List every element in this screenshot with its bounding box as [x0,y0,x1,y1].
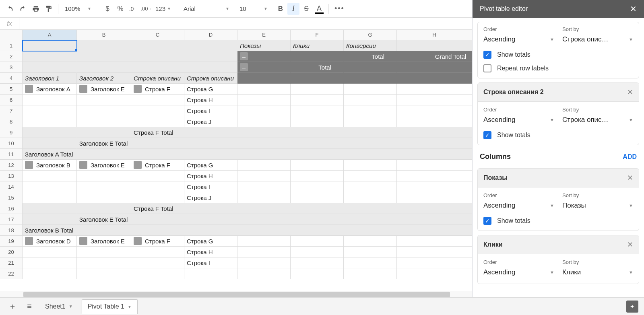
row-number[interactable]: 17 [0,214,23,225]
cell[interactable]: Строка H [184,247,237,257]
cell[interactable] [131,268,184,279]
cell[interactable] [291,95,344,105]
cell[interactable]: Показы [237,40,291,51]
collapse-icon[interactable]: – [25,237,33,245]
cell[interactable] [237,116,291,127]
row-number[interactable]: 13 [0,171,23,181]
cell[interactable] [291,73,344,84]
print-button[interactable] [30,3,42,15]
order-dropdown[interactable]: Ascending▼ [483,114,554,126]
cell[interactable] [77,203,131,214]
cell[interactable]: Строка G [184,236,237,247]
cell[interactable]: Строка описани [131,73,184,84]
cell[interactable] [344,236,397,247]
cell[interactable] [77,95,131,105]
cell[interactable] [397,160,472,171]
cell[interactable] [131,192,184,203]
cell[interactable] [23,105,77,116]
cell[interactable] [131,51,184,62]
cell[interactable] [397,192,472,203]
cell[interactable]: Строка H [184,95,237,105]
cell[interactable]: –Заголовок E [77,236,131,247]
cell[interactable] [23,138,77,149]
paint-format-button[interactable] [43,3,55,15]
cell[interactable] [344,192,397,203]
order-dropdown[interactable]: Ascending▼ [483,267,554,278]
cell[interactable] [397,236,472,247]
add-column-button[interactable]: ADD [623,153,637,161]
italic-button[interactable]: I [287,3,299,15]
cell[interactable] [237,160,291,171]
currency-button[interactable]: $ [101,3,114,15]
cell[interactable] [131,62,184,73]
cell[interactable] [23,62,77,73]
add-sheet-button[interactable]: ＋ [6,300,19,313]
cell[interactable] [291,268,344,279]
cell[interactable]: – [237,51,291,62]
cell[interactable] [23,203,77,214]
zoom-dropdown[interactable]: 100%▼ [62,3,95,15]
collapse-icon[interactable]: – [79,237,87,245]
cell[interactable] [237,73,291,84]
cell[interactable] [77,257,131,268]
spreadsheet-grid[interactable]: ABCDEFGH1ПоказыКликиКонверсии2–TotalGran… [0,30,472,279]
cell[interactable]: Total [291,62,344,73]
row-number[interactable]: 6 [0,95,23,105]
cell[interactable] [131,105,184,116]
cell[interactable] [77,40,131,51]
cell[interactable] [23,40,77,51]
cell[interactable] [344,181,397,192]
increase-decimal-button[interactable]: .00→ [140,3,152,15]
cell[interactable] [237,236,291,247]
cell[interactable]: Строка I [184,105,237,116]
cell[interactable] [344,105,397,116]
cell[interactable] [184,40,237,51]
sortby-dropdown[interactable]: Строка опис…▼ [562,114,633,126]
cell[interactable]: Total [344,51,397,62]
cell[interactable]: Строка G [184,160,237,171]
cell[interactable] [77,192,131,203]
cell[interactable] [344,116,397,127]
close-pivot-editor-button[interactable]: ✕ [630,4,637,14]
cell[interactable] [344,247,397,257]
redo-button[interactable] [17,3,29,15]
cell[interactable] [237,171,291,181]
row-number[interactable]: 8 [0,116,23,127]
collapse-icon[interactable]: – [134,237,142,245]
cell[interactable] [397,171,472,181]
row-number[interactable]: 9 [0,127,23,138]
cell[interactable] [23,51,77,62]
cell[interactable] [291,160,344,171]
cell[interactable] [237,84,291,95]
collapse-icon[interactable]: – [25,161,33,169]
cell[interactable] [344,95,397,105]
row-number[interactable]: 5 [0,84,23,95]
cell[interactable] [397,84,472,95]
cell[interactable] [397,105,472,116]
order-dropdown[interactable]: Ascending▼ [483,200,554,211]
cell[interactable] [291,116,344,127]
column-header[interactable]: F [291,30,344,40]
show-totals-checkbox[interactable]: ✓ [483,51,491,59]
cell[interactable] [291,192,344,203]
cell[interactable]: Строка I [184,181,237,192]
cell[interactable] [23,257,77,268]
row-number[interactable]: 22 [0,268,23,279]
cell[interactable]: Конверсии [344,40,397,51]
strikethrough-button[interactable]: S [300,3,312,15]
cell[interactable] [291,105,344,116]
cell[interactable] [237,257,291,268]
sortby-dropdown[interactable]: Строка опис…▼ [562,34,633,45]
decrease-decimal-button[interactable]: .0← [127,3,139,15]
cell[interactable]: –Заголовок D [23,236,77,247]
cell[interactable]: Заголовок 2 [77,73,131,84]
cell[interactable]: –Заголовок E [77,160,131,171]
collapse-icon[interactable]: – [79,161,87,169]
cell[interactable] [344,84,397,95]
cell[interactable] [397,257,472,268]
column-header[interactable]: D [184,30,237,40]
cell[interactable] [77,181,131,192]
row-number[interactable]: 14 [0,181,23,192]
remove-field-button[interactable]: ✕ [627,88,633,97]
collapse-icon[interactable]: – [240,63,248,71]
